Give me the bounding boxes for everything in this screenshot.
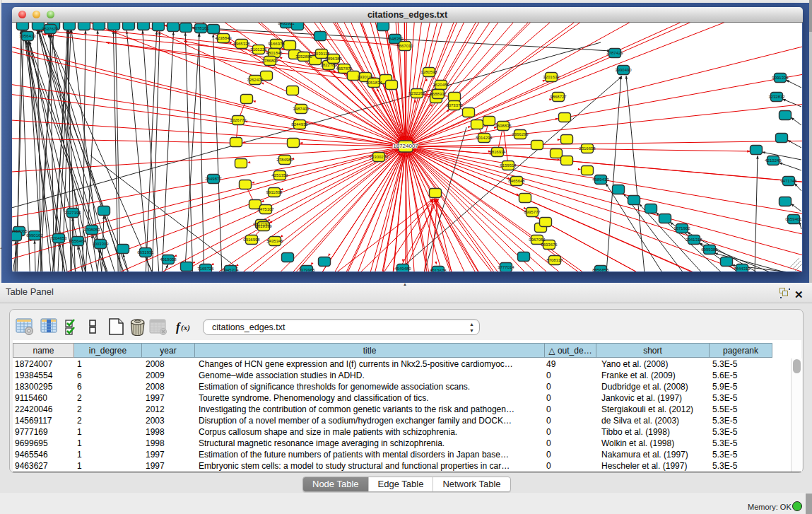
svg-text:6995777: 6995777 xyxy=(524,210,541,214)
svg-text:8465648: 8465648 xyxy=(508,179,525,183)
svg-text:4989413: 4989413 xyxy=(592,177,609,182)
svg-text:7204653: 7204653 xyxy=(50,236,67,240)
svg-text:2366299: 2366299 xyxy=(512,132,529,136)
svg-text:4657871: 4657871 xyxy=(336,66,353,71)
svg-text:1232812: 1232812 xyxy=(768,95,785,99)
svg-text:1051834: 1051834 xyxy=(365,81,382,85)
svg-text:9537672: 9537672 xyxy=(42,27,59,31)
svg-text:5667010: 5667010 xyxy=(396,44,413,48)
svg-text:4549480: 4549480 xyxy=(394,267,411,271)
svg-text:4896383: 4896383 xyxy=(325,57,342,61)
svg-text:2784980: 2784980 xyxy=(276,158,293,162)
svg-text:6688937: 6688937 xyxy=(430,92,447,96)
svg-text:0916998: 0916998 xyxy=(243,238,260,242)
svg-text:5014294: 5014294 xyxy=(476,136,493,140)
svg-text:9091334: 9091334 xyxy=(772,76,789,80)
svg-text:8495931: 8495931 xyxy=(278,23,295,25)
svg-text:9911838: 9911838 xyxy=(266,190,283,194)
svg-text:6999386: 6999386 xyxy=(701,247,718,252)
svg-text:2475107: 2475107 xyxy=(257,207,274,211)
svg-text:1708053: 1708053 xyxy=(83,228,100,232)
svg-text:1822782: 1822782 xyxy=(320,63,337,67)
svg-text:3252880: 3252880 xyxy=(295,54,312,59)
svg-text:3487401: 3487401 xyxy=(293,107,310,111)
svg-text:8244935: 8244935 xyxy=(291,122,308,127)
svg-text:2786801: 2786801 xyxy=(261,59,278,63)
svg-text:3039117: 3039117 xyxy=(314,52,331,56)
svg-text:9166978: 9166978 xyxy=(268,42,285,46)
svg-text:6965328: 6965328 xyxy=(233,42,250,46)
svg-text:7165726: 7165726 xyxy=(197,267,214,271)
svg-text:1280598: 1280598 xyxy=(420,70,437,74)
svg-text:18724007: 18724007 xyxy=(393,143,418,149)
svg-text:4210249: 4210249 xyxy=(765,158,782,163)
svg-text:2941318: 2941318 xyxy=(686,238,702,242)
svg-text:7693676: 7693676 xyxy=(541,243,558,247)
svg-text:0967054: 0967054 xyxy=(529,238,546,242)
svg-text:2849877: 2849877 xyxy=(205,177,222,181)
svg-text:2620450: 2620450 xyxy=(433,83,449,87)
svg-text:7648350: 7648350 xyxy=(387,37,404,41)
svg-text:2327193: 2327193 xyxy=(64,211,81,215)
svg-text:6073375: 6073375 xyxy=(446,103,463,107)
svg-text:3201632: 3201632 xyxy=(543,75,560,79)
svg-text:3619399: 3619399 xyxy=(255,224,272,228)
svg-text:6990162: 6990162 xyxy=(26,233,43,238)
svg-text:9816934: 9816934 xyxy=(489,150,506,154)
svg-text:7379965: 7379965 xyxy=(298,268,315,271)
svg-text:4078161: 4078161 xyxy=(192,26,209,30)
svg-text:1671902: 1671902 xyxy=(673,226,690,230)
svg-text:8313678: 8313678 xyxy=(430,269,447,271)
svg-text:7101226: 7101226 xyxy=(250,47,267,52)
svg-text:3990490: 3990490 xyxy=(615,68,632,72)
svg-text:2787429: 2787429 xyxy=(606,51,623,55)
svg-text:8856855: 8856855 xyxy=(592,268,609,271)
svg-text:4238849: 4238849 xyxy=(215,36,232,40)
svg-text:7556464: 7556464 xyxy=(69,239,86,243)
svg-text:4251354: 4251354 xyxy=(271,173,288,177)
svg-text:9868727: 9868727 xyxy=(550,95,567,99)
svg-text:7262473: 7262473 xyxy=(247,78,264,82)
svg-text:1003309: 1003309 xyxy=(92,242,109,246)
svg-text:3056413: 3056413 xyxy=(19,34,36,38)
svg-text:3930103: 3930103 xyxy=(357,75,374,79)
svg-text:9232260: 9232260 xyxy=(408,91,425,95)
svg-text:4801845: 4801845 xyxy=(266,51,283,55)
svg-text:0659401: 0659401 xyxy=(785,217,802,221)
svg-text:3777014: 3777014 xyxy=(498,265,514,269)
svg-text:6159514: 6159514 xyxy=(500,163,517,168)
svg-text:7444313: 7444313 xyxy=(734,267,751,271)
svg-text:4919058: 4919058 xyxy=(160,257,177,262)
svg-text:6631931: 6631931 xyxy=(137,250,154,255)
svg-text:(x): (x) xyxy=(181,323,190,332)
svg-text:2316658: 2316658 xyxy=(579,146,596,151)
svg-text:6945314: 6945314 xyxy=(222,268,239,271)
svg-text:3467065: 3467065 xyxy=(12,229,28,233)
svg-text:8708317: 8708317 xyxy=(546,258,563,262)
svg-text:9471746: 9471746 xyxy=(780,179,797,183)
svg-text:0608835: 0608835 xyxy=(495,124,512,128)
svg-text:23300273: 23300273 xyxy=(370,155,389,159)
svg-text:1326773: 1326773 xyxy=(230,118,247,122)
svg-text:5435346: 5435346 xyxy=(266,239,283,243)
